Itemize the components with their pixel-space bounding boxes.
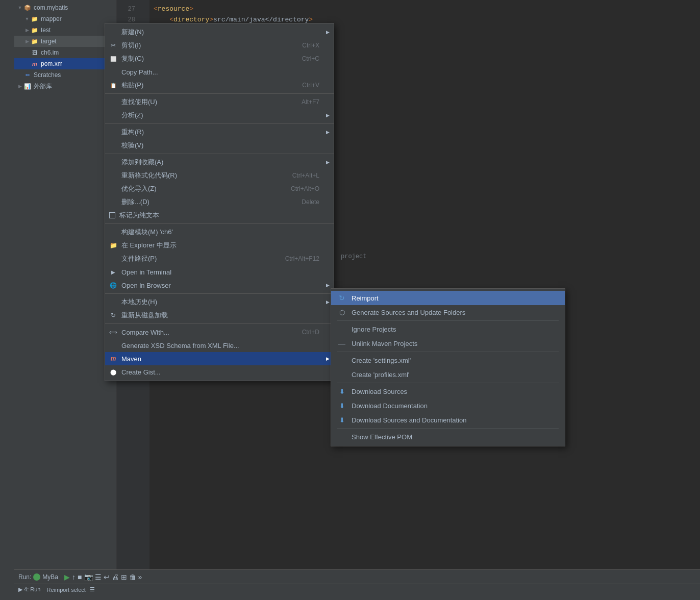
- separator: [105, 123, 334, 124]
- menu-item-compare[interactable]: ⟺ Compare With... Ctrl+D: [105, 326, 334, 339]
- tree-item-pom[interactable]: ▶ m pom.xm: [14, 58, 116, 69]
- bottom-content: ▶ 4: Run Reimport select ☰: [14, 584, 700, 595]
- menu-item-validate[interactable]: 校验(V): [105, 139, 334, 152]
- tree-label: Scratches: [34, 71, 61, 79]
- maven-item-download-sources[interactable]: ⬇ Download Sources: [331, 384, 565, 398]
- mark-icon: [109, 212, 115, 218]
- menu-item-add-bookmark[interactable]: 添加到收藏(A): [105, 156, 334, 169]
- maven-item-download-both[interactable]: ⬇ Download Sources and Documentation: [331, 413, 565, 427]
- menu-label: Open in Browser: [121, 282, 330, 289]
- menu-item-cut[interactable]: ✂ 剪切(I) Ctrl+X: [105, 39, 334, 52]
- target-folder-icon: 📁: [31, 37, 39, 45]
- maven-item-create-settings[interactable]: Create 'settings.xml': [331, 353, 565, 367]
- menu-label: 优化导入(Z): [121, 184, 287, 193]
- delete-button[interactable]: 🗑: [129, 573, 136, 581]
- maven-item-reimport[interactable]: ↻ Reimport: [331, 291, 565, 305]
- print-button[interactable]: 🖨: [112, 573, 119, 581]
- camera-button[interactable]: 📷: [84, 573, 93, 581]
- compare-icon: ⟺: [109, 328, 117, 336]
- menu-item-delete[interactable]: 删除...(D) Delete: [105, 195, 334, 209]
- tree-item-com-mybatis[interactable]: ▼ 📦 com.mybatis: [14, 2, 116, 13]
- gist-icon: ⬤: [109, 368, 117, 376]
- menu-label: 分析(Z): [121, 111, 330, 120]
- stop-button[interactable]: ■: [78, 573, 82, 581]
- menu-label: 重构(R): [121, 128, 330, 137]
- maven-item-download-docs[interactable]: ⬇ Download Documentation: [331, 398, 565, 413]
- expand-arrow: ▶: [23, 27, 31, 34]
- menu-item-build-module[interactable]: 构建模块(M) 'ch6': [105, 226, 334, 239]
- tree-item-external-lib[interactable]: ▶ 📊 外部库: [14, 81, 116, 92]
- package-icon: 📦: [23, 4, 32, 12]
- list-button[interactable]: ☰: [95, 573, 102, 581]
- maven-item-show-pom[interactable]: Show Effective POM: [331, 430, 565, 444]
- maven-label: Reimport: [352, 294, 379, 302]
- menu-item-analyze[interactable]: 分析(Z): [105, 109, 334, 122]
- menu-label: 添加到收藏(A): [121, 158, 330, 167]
- run-label: Run:: [18, 573, 31, 581]
- menu-item-generate-xsd[interactable]: Generate XSD Schema from XML File...: [105, 339, 334, 352]
- menu-label: 剪切(I): [121, 41, 298, 50]
- menu-item-create-gist[interactable]: ⬤ Create Gist...: [105, 365, 334, 379]
- menu-label: 校验(V): [121, 141, 330, 150]
- maven-label: Download Sources and Documentation: [352, 416, 466, 424]
- config-name: MyBa: [42, 573, 58, 581]
- maven-separator: [337, 320, 559, 321]
- maven-item-generate-sources[interactable]: ⬡ Generate Sources and Update Folders: [331, 305, 565, 319]
- project-label: project: [341, 253, 366, 260]
- menu-item-show-explorer[interactable]: 📁 在 Explorer 中显示: [105, 239, 334, 252]
- test-folder-icon: 📁: [31, 26, 39, 34]
- menu-item-new[interactable]: 新建(N): [105, 26, 334, 39]
- menu-item-paste[interactable]: 📋 粘贴(P) Ctrl+V: [105, 79, 334, 92]
- menu-item-open-terminal[interactable]: ▶ Open in Terminal: [105, 265, 334, 279]
- run-controls: ▶ ↑ ■ 📷 ☰ ↩ 🖨 ⊞ 🗑 »: [64, 573, 142, 581]
- menu-label: 查找使用(U): [121, 97, 297, 107]
- separator: [105, 323, 334, 324]
- up-button[interactable]: ↑: [72, 573, 76, 581]
- menu-item-find-usages[interactable]: 查找使用(U) Alt+F7: [105, 95, 334, 109]
- menu-item-optimize-imports[interactable]: 优化导入(Z) Ctrl+Alt+O: [105, 182, 334, 195]
- maven-item-create-profiles[interactable]: Create 'profiles.xml': [331, 367, 565, 382]
- maven-item-unlink[interactable]: — Unlink Maven Projects: [331, 336, 565, 351]
- menu-item-refactor[interactable]: 重构(R): [105, 126, 334, 139]
- project-panel: ▼ 📦 com.mybatis ▼ 📁 mapper ▶ 📁 test ▶ 📁 …: [14, 0, 116, 569]
- tree-item-scratches[interactable]: ▶ ✏ Scratches: [14, 69, 116, 81]
- bottom-list-icon[interactable]: ☰: [90, 586, 95, 593]
- run-tab[interactable]: ▶ 4: Run: [18, 586, 40, 593]
- bottom-panel: Run: MyBa ▶ ↑ ■ 📷 ☰ ↩ 🖨 ⊞ 🗑 » ▶ 4: Run R…: [14, 569, 700, 600]
- separator: [105, 223, 334, 224]
- reimport-icon: ↻: [337, 293, 346, 303]
- menu-label: Maven: [121, 355, 330, 363]
- run-indicator: [33, 573, 40, 581]
- delete-icon: [109, 198, 117, 206]
- menu-item-mark-plain[interactable]: 标记为纯文本: [105, 209, 334, 222]
- menu-label: Generate XSD Schema from XML File...: [121, 342, 330, 349]
- tree-item-target[interactable]: ▶ 📁 target: [14, 36, 116, 47]
- grid-button[interactable]: ⊞: [121, 573, 127, 581]
- tree-item-ch6[interactable]: ▶ 🖼 ch6.im: [14, 47, 116, 58]
- refactor-icon: [109, 128, 117, 136]
- menu-item-reformat[interactable]: 重新格式化代码(R) Ctrl+Alt+L: [105, 169, 334, 182]
- menu-label: 重新从磁盘加载: [121, 311, 330, 320]
- menu-item-local-history[interactable]: 本地历史(H): [105, 295, 334, 309]
- menu-label: 新建(N): [121, 28, 330, 37]
- generate-icon: ⬡: [337, 308, 346, 317]
- menu-item-maven[interactable]: m Maven: [105, 352, 334, 365]
- left-sidebar: [0, 0, 14, 600]
- maven-item-ignore[interactable]: Ignore Projects: [331, 322, 565, 336]
- play-button[interactable]: ▶: [64, 573, 70, 581]
- more-button[interactable]: »: [138, 573, 142, 581]
- back-button[interactable]: ↩: [104, 573, 110, 581]
- menu-item-open-browser[interactable]: 🌐 Open in Browser: [105, 279, 334, 292]
- menu-item-file-path[interactable]: 文件路径(P) Ctrl+Alt+F12: [105, 252, 334, 265]
- menu-item-reload[interactable]: ↻ 重新从磁盘加载: [105, 309, 334, 322]
- separator: [105, 93, 334, 94]
- download-both-icon: ⬇: [337, 415, 346, 424]
- maven-separator: [337, 428, 559, 429]
- menu-label: Copy Path...: [121, 68, 330, 76]
- tree-item-mapper[interactable]: ▼ 📁 mapper: [14, 13, 116, 24]
- tree-item-test[interactable]: ▶ 📁 test: [14, 24, 116, 36]
- shortcut: Ctrl+D: [302, 329, 330, 336]
- menu-item-copy-path[interactable]: Copy Path...: [105, 65, 334, 79]
- code-line: <resource>: [154, 4, 700, 15]
- menu-item-copy[interactable]: ⬜ 复制(C) Ctrl+C: [105, 52, 334, 65]
